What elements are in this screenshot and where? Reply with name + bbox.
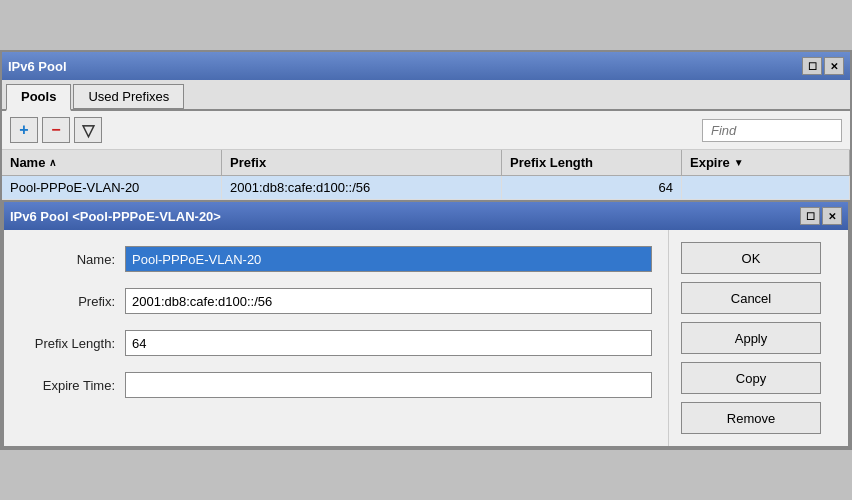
table: Name ∧ Prefix Prefix Length Expire ▼ Poo…: [2, 150, 850, 200]
field-expire-time-row: Expire Time:: [20, 372, 652, 398]
find-input[interactable]: [702, 119, 842, 142]
sub-dialog-content: Name: Prefix: Prefix Length: Expire Time…: [4, 230, 848, 446]
field-prefix-row: Prefix:: [20, 288, 652, 314]
filter-button[interactable]: ▽: [74, 117, 102, 143]
cell-prefix-length: 64: [502, 176, 682, 199]
cell-prefix: 2001:db8:cafe:d100::/56: [222, 176, 502, 199]
button-area: OK Cancel Apply Copy Remove: [668, 230, 848, 446]
tab-bar: Pools Used Prefixes: [2, 80, 850, 111]
sub-title-bar: IPv6 Pool <Pool-PPPoE-VLAN-20> ☐ ✕: [4, 202, 848, 230]
tab-used-prefixes[interactable]: Used Prefixes: [73, 84, 184, 109]
main-title: IPv6 Pool: [8, 59, 67, 74]
sub-dialog: IPv6 Pool <Pool-PPPoE-VLAN-20> ☐ ✕ Name:…: [2, 200, 850, 448]
remove-button[interactable]: −: [42, 117, 70, 143]
title-bar: IPv6 Pool ☐ ✕: [2, 52, 850, 80]
cell-expires: [682, 176, 850, 199]
cell-name: Pool-PPPoE-VLAN-20: [2, 176, 222, 199]
prefix-length-input[interactable]: [125, 330, 652, 356]
copy-button[interactable]: Copy: [681, 362, 821, 394]
title-bar-controls: ☐ ✕: [802, 57, 844, 75]
prefix-input[interactable]: [125, 288, 652, 314]
col-expires: Expire ▼: [682, 150, 850, 175]
main-window: IPv6 Pool ☐ ✕ Pools Used Prefixes + − ▽ …: [0, 50, 852, 450]
form-area: Name: Prefix: Prefix Length: Expire Time…: [4, 230, 668, 446]
name-input[interactable]: [125, 246, 652, 272]
name-label: Name:: [20, 252, 125, 267]
table-header: Name ∧ Prefix Prefix Length Expire ▼: [2, 150, 850, 176]
minimize-button[interactable]: ☐: [802, 57, 822, 75]
table-row[interactable]: Pool-PPPoE-VLAN-20 2001:db8:cafe:d100::/…: [2, 176, 850, 200]
add-button[interactable]: +: [10, 117, 38, 143]
sort-icon: ∧: [49, 157, 56, 168]
col-prefix-length: Prefix Length: [502, 150, 682, 175]
ok-button[interactable]: OK: [681, 242, 821, 274]
col-prefix: Prefix: [222, 150, 502, 175]
col-name: Name ∧: [2, 150, 222, 175]
prefix-label: Prefix:: [20, 294, 125, 309]
apply-button[interactable]: Apply: [681, 322, 821, 354]
sub-minimize-button[interactable]: ☐: [800, 207, 820, 225]
expire-time-input[interactable]: [125, 372, 652, 398]
sub-close-button[interactable]: ✕: [822, 207, 842, 225]
dropdown-icon: ▼: [734, 157, 744, 168]
remove-button-dialog[interactable]: Remove: [681, 402, 821, 434]
close-button[interactable]: ✕: [824, 57, 844, 75]
field-prefix-length-row: Prefix Length:: [20, 330, 652, 356]
toolbar: + − ▽: [2, 111, 850, 150]
field-name-row: Name:: [20, 246, 652, 272]
tab-pools[interactable]: Pools: [6, 84, 71, 111]
sub-title-controls: ☐ ✕: [800, 207, 842, 225]
prefix-length-label: Prefix Length:: [20, 336, 125, 351]
cancel-button[interactable]: Cancel: [681, 282, 821, 314]
expire-time-label: Expire Time:: [20, 378, 125, 393]
sub-dialog-title: IPv6 Pool <Pool-PPPoE-VLAN-20>: [10, 209, 221, 224]
